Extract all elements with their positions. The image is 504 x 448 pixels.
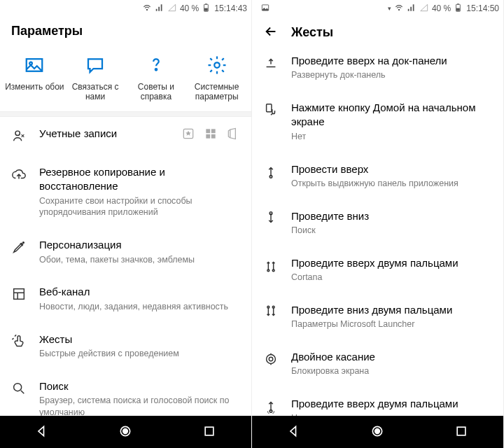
item-subtitle: Открыть выдвижную панель приложения <box>291 178 492 190</box>
item-title: Проведите вниз двумя пальцами <box>291 303 492 317</box>
search-icon <box>11 379 28 398</box>
page-header: Жесты <box>252 17 503 44</box>
item-subtitle: Параметры Microsoft Launcher <box>291 318 492 330</box>
svg-point-33 <box>267 355 276 364</box>
gesture-item-swipe-down[interactable]: Проведите внизПоиск <box>252 200 503 246</box>
nav-home-button[interactable] <box>118 424 132 440</box>
action-label: Изменить обои <box>5 82 64 92</box>
action-tips-help[interactable]: Советы и справка <box>126 54 187 102</box>
signal-icon <box>155 3 164 15</box>
double-tap-icon <box>263 350 280 369</box>
svg-rect-19 <box>205 427 214 435</box>
item-title: Жесты <box>39 332 240 346</box>
nav-bar <box>252 416 503 448</box>
svg-rect-12 <box>206 134 210 139</box>
account-badges <box>181 127 240 143</box>
chat-icon <box>85 54 106 76</box>
image-icon <box>24 54 45 76</box>
svg-point-6 <box>155 69 158 71</box>
gestures-list: Проведите вверх на док-панелиРазвернуть … <box>252 44 503 416</box>
settings-item-search[interactable]: Поиск Браузер, система поиска и голосово… <box>0 370 251 416</box>
svg-point-14 <box>23 242 24 244</box>
item-subtitle: Развернуть док-панель <box>291 69 492 81</box>
office-icon <box>226 127 240 143</box>
item-title: Персонализация <box>39 238 240 252</box>
person-icon <box>11 127 28 146</box>
status-bar: 40 % 15:14:43 <box>0 0 251 17</box>
item-subtitle: Нет <box>291 131 492 143</box>
section-divider <box>0 111 251 117</box>
brush-icon <box>11 238 28 257</box>
nav-recents-button[interactable] <box>454 424 468 440</box>
svg-rect-24 <box>456 8 460 10</box>
gesture-item-double-tap[interactable]: Двойное касаниеБлокировка экрана <box>252 340 503 387</box>
nav-back-button[interactable] <box>35 424 49 440</box>
swipe-up-icon <box>263 162 280 181</box>
svg-rect-13 <box>211 134 216 139</box>
item-title: Проведите вверх двумя пальцами <box>291 256 492 270</box>
svg-point-16 <box>14 383 22 391</box>
svg-point-34 <box>270 410 272 413</box>
rewards-icon <box>181 127 195 143</box>
image-indicator-icon <box>260 3 270 15</box>
svg-rect-25 <box>267 104 272 112</box>
settings-list: Учетные записи Резервное копирование и в… <box>0 117 251 416</box>
cloud-upload-icon <box>11 165 28 184</box>
settings-item-accounts[interactable]: Учетные записи <box>0 117 251 155</box>
signal-icon <box>407 3 416 15</box>
item-title: Резервное копирование и восстановление <box>39 165 240 194</box>
swipe-down-icon <box>263 209 280 228</box>
settings-item-personalization[interactable]: Персонализация Обои, тема, пакеты значко… <box>0 228 251 275</box>
nav-back-button[interactable] <box>287 424 301 440</box>
home-press-icon <box>263 101 280 120</box>
svg-point-8 <box>15 131 20 135</box>
action-change-wallpaper[interactable]: Изменить обои <box>4 54 65 102</box>
svg-rect-37 <box>457 427 465 435</box>
item-subtitle: Блокировка экрана <box>291 365 492 377</box>
gesture-item-home-press[interactable]: Нажмите кнопку Домой на начальном экране… <box>252 91 503 152</box>
action-label: Связаться с нами <box>65 82 126 102</box>
swipe-up-icon <box>263 397 280 416</box>
gesture-item-swipe-up-dock[interactable]: Проведите вверх на док-панелиРазвернуть … <box>252 44 503 91</box>
gear-icon <box>206 54 227 76</box>
svg-point-21 <box>398 9 399 10</box>
svg-rect-3 <box>204 8 208 10</box>
page-title: Жесты <box>291 25 333 40</box>
nav-home-button[interactable] <box>370 424 384 440</box>
item-title: Провести вверх <box>291 162 492 176</box>
item-title: Проведите вверх двумя пальцами <box>291 397 492 411</box>
gesture-item-swipe-up-two[interactable]: Проведите вверх двумя пальцамиCortana <box>252 246 503 293</box>
action-system-settings[interactable]: Системные параметры <box>186 54 247 102</box>
swipe-up-dock-icon <box>263 54 280 73</box>
gesture-item-swipe-down-two[interactable]: Проведите вниз двумя пальцамиПараметры M… <box>252 293 503 340</box>
svg-rect-2 <box>206 4 207 4</box>
clock-text: 15:14:50 <box>466 4 499 13</box>
action-contact-us[interactable]: Связаться с нами <box>65 54 126 102</box>
gesture-icon <box>11 332 28 351</box>
gesture-item-swipe-up-two-b[interactable]: Проведите вверх двумя пальцамиНет <box>252 387 503 416</box>
action-label: Системные параметры <box>186 82 247 102</box>
windows-icon <box>204 127 218 143</box>
svg-point-18 <box>123 428 128 433</box>
svg-rect-23 <box>458 4 459 4</box>
status-bar: ▾ 40 % 15:14:50 <box>252 0 503 17</box>
battery-icon <box>202 3 211 15</box>
settings-item-backup[interactable]: Резервное копирование и восстановление С… <box>0 155 251 228</box>
svg-point-26 <box>270 175 272 178</box>
item-title: Проведите вниз <box>291 209 492 223</box>
clock-text: 15:14:43 <box>214 4 247 13</box>
settings-item-feed[interactable]: Веб-канал Новости, люди, задания, недавн… <box>0 275 251 322</box>
back-button[interactable] <box>263 24 279 41</box>
screen-settings: 40 % 15:14:43 Параметры Изменить обои Св… <box>0 0 252 448</box>
item-title: Проведите вверх на док-панели <box>291 54 492 68</box>
settings-item-gestures[interactable]: Жесты Быстрые действия с проведением <box>0 323 251 370</box>
svg-rect-15 <box>14 289 24 300</box>
data-indicator: ▾ <box>388 5 391 12</box>
svg-rect-11 <box>211 129 216 133</box>
svg-point-7 <box>214 62 220 68</box>
gesture-item-swipe-up[interactable]: Провести вверхОткрыть выдвижную панель п… <box>252 153 503 200</box>
nav-recents-button[interactable] <box>202 424 216 440</box>
item-subtitle: Поиск <box>291 225 492 237</box>
item-subtitle: Обои, тема, пакеты значков, эмблемы <box>39 254 240 266</box>
question-icon <box>146 54 167 76</box>
